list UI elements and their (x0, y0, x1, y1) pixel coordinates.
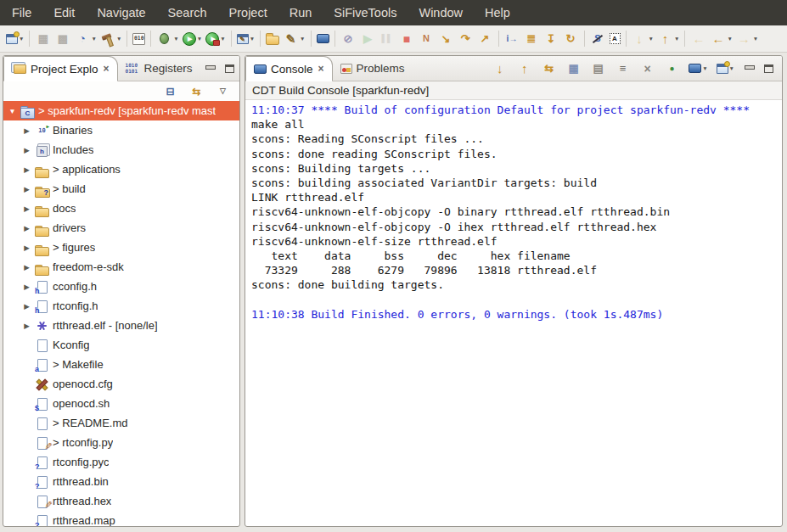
tree-item-rtconfig-pyc[interactable]: rtconfig.pyc (3, 452, 239, 472)
save-all-button[interactable]: ▩ (53, 31, 71, 48)
maximize-button[interactable] (763, 64, 774, 74)
dropdown-arrow-icon[interactable]: ▼ (91, 36, 96, 42)
dropdown-arrow-icon[interactable]: ▼ (753, 36, 758, 42)
expand-arrow-icon[interactable]: ▶ (22, 126, 31, 135)
binary-file-button[interactable]: 010 (132, 32, 146, 46)
dropdown-arrow-icon[interactable]: ▼ (729, 65, 734, 71)
view-menu-button[interactable]: ▽ (214, 83, 232, 100)
menu-help[interactable]: Help (483, 4, 512, 21)
menu-file[interactable]: File (10, 4, 33, 21)
expand-arrow-icon[interactable]: ▶ (22, 185, 31, 193)
tab-registers[interactable]: Registers (118, 56, 200, 81)
tree-item-kconfig[interactable]: Kconfig (3, 335, 239, 355)
open-console-button[interactable]: ▼ (716, 63, 735, 75)
resume-button[interactable]: ▶ (359, 31, 377, 48)
expand-arrow-icon[interactable]: ▶ (22, 204, 31, 213)
instruction-stepping-button[interactable]: i→ (503, 31, 521, 48)
stop-button[interactable]: ■ (398, 31, 416, 48)
launch-target-button[interactable]: ◔▼ (73, 31, 97, 48)
collapse-arrow-icon[interactable]: ▼ (8, 107, 17, 115)
suspend-button[interactable]: ▌▌ (379, 31, 396, 48)
open-folder-button[interactable] (265, 32, 280, 46)
expand-arrow-icon[interactable]: ▶ (22, 146, 31, 154)
dropdown-arrow-icon[interactable]: ▼ (220, 36, 225, 42)
disconnect-button[interactable]: N (418, 31, 436, 48)
save-console-button[interactable]: ▦ (565, 60, 582, 77)
tree-item-freedom-e-sdk[interactable]: ▶freedom-e-sdk (3, 257, 239, 277)
tree-item-sparkfun-redv-sparkfun-redv-mast[interactable]: ▼> sparkfun-redv [sparkfun-redv mast (3, 101, 239, 120)
clear-console-button[interactable]: × (638, 60, 656, 77)
back-button[interactable]: ←▼ (709, 31, 733, 48)
expand-arrow-icon[interactable]: ▶ (22, 224, 31, 232)
open-element-button[interactable]: ✎▼ (236, 33, 256, 45)
external-tools-button[interactable]: ▶▼ (205, 31, 226, 47)
menu-sifivetools[interactable]: SiFiveTools (332, 4, 398, 21)
tree-item-includes[interactable]: ▶Includes (3, 140, 239, 160)
tree-item-makefile[interactable]: > Makefile (3, 355, 239, 374)
menu-run[interactable]: Run (288, 4, 314, 21)
minimize-button[interactable] (205, 64, 216, 74)
dropdown-arrow-icon[interactable]: ▼ (727, 36, 732, 42)
skip-all-breakpoints-button[interactable]: S (589, 31, 607, 48)
menu-project[interactable]: Project (228, 4, 269, 21)
tree-item-drivers[interactable]: ▶drivers (3, 218, 239, 238)
previous-error-button[interactable]: ↑ (515, 60, 533, 77)
dropdown-arrow-icon[interactable]: ▼ (173, 36, 178, 42)
next-error-button[interactable]: ↓ (491, 60, 509, 77)
step-over-button[interactable]: ↷ (457, 31, 475, 48)
console-output[interactable]: 11:10:37 **** Build of configuration Def… (245, 100, 782, 526)
tree-item-openocd-sh[interactable]: openocd.sh (3, 394, 239, 413)
dropdown-arrow-icon[interactable]: ▼ (702, 65, 707, 71)
dropdown-arrow-icon[interactable]: ▼ (300, 36, 305, 42)
tree-item-rtconfig-h[interactable]: ▶rtconfig.h (3, 296, 239, 316)
dropdown-arrow-icon[interactable]: ▼ (674, 36, 679, 42)
tree-item-rtconfig-py[interactable]: > rtconfig.py (3, 433, 239, 452)
dropdown-arrow-icon[interactable]: ▼ (116, 36, 121, 42)
tree-item-figures[interactable]: ▶> figures (3, 238, 239, 257)
menu-window[interactable]: Window (417, 4, 464, 21)
tab-project-explo[interactable]: Project Explo× (3, 56, 118, 81)
dropdown-arrow-icon[interactable]: ▼ (649, 36, 654, 42)
close-icon[interactable]: × (104, 63, 110, 75)
forward-button[interactable]: →▼ (735, 31, 759, 48)
tab-console[interactable]: Console× (245, 56, 333, 81)
display-console-button[interactable]: ▼ (688, 63, 708, 74)
link-with-editor-button[interactable]: ⇆ (188, 83, 205, 100)
expand-arrow-icon[interactable]: ▶ (22, 302, 31, 311)
menu-navigate[interactable]: Navigate (95, 4, 147, 21)
tree-item-build[interactable]: ▶> build (3, 179, 239, 199)
no-magnifier-button[interactable]: ⊘ (340, 31, 357, 48)
annotate-pen-button[interactable]: ✎▼ (282, 31, 306, 48)
menu-edit[interactable]: Edit (52, 4, 76, 21)
expand-arrow-icon[interactable]: ▶ (22, 263, 31, 272)
address-view-button[interactable]: A (609, 32, 621, 45)
pin-console-button[interactable]: ● (663, 60, 681, 77)
expand-arrow-icon[interactable]: ▶ (22, 165, 31, 174)
console-view-button[interactable] (316, 33, 330, 44)
scroll-lock-button[interactable]: ▤ (589, 60, 607, 77)
tree-item-readme-md[interactable]: > README.md (3, 413, 239, 433)
tree-item-rtthread-bin[interactable]: rtthread.bin (3, 472, 239, 491)
word-wrap-button[interactable]: ≡ (614, 60, 632, 77)
debug-bug-button[interactable]: ▼ (155, 31, 179, 48)
tree-item-openocd-cfg[interactable]: openocd.cfg (3, 374, 239, 394)
tree-item-cconfig-h[interactable]: ▶cconfig.h (3, 277, 239, 296)
drop-to-frame-button[interactable]: ↧ (542, 31, 560, 48)
tree-item-docs[interactable]: ▶docs (3, 199, 239, 218)
dropdown-arrow-icon[interactable]: ▼ (19, 36, 24, 42)
last-edit-location-button[interactable]: ← (689, 31, 707, 48)
close-icon[interactable]: × (318, 63, 324, 75)
collapse-all-button[interactable]: ⊟ (161, 83, 179, 100)
step-into-button[interactable]: ↘ (437, 31, 455, 48)
step-return-button[interactable]: ↗ (476, 31, 494, 48)
maximize-button[interactable] (224, 64, 235, 74)
expand-arrow-icon[interactable]: ▶ (22, 322, 31, 330)
previous-annotation-button[interactable]: ↑▼ (656, 31, 680, 48)
show-error-in-editor-button[interactable]: ⇆ (540, 60, 558, 77)
show-debug-context-button[interactable]: ≣ (523, 31, 541, 48)
expand-arrow-icon[interactable]: ▶ (22, 244, 31, 252)
dropdown-arrow-icon[interactable]: ▼ (250, 36, 255, 42)
tree-item-rtthread-elf-none-le[interactable]: ▶rtthread.elf - [none/le] (3, 316, 239, 335)
tree-item-rtthread-hex[interactable]: rtthread.hex (3, 491, 239, 511)
menu-search[interactable]: Search (166, 4, 209, 21)
